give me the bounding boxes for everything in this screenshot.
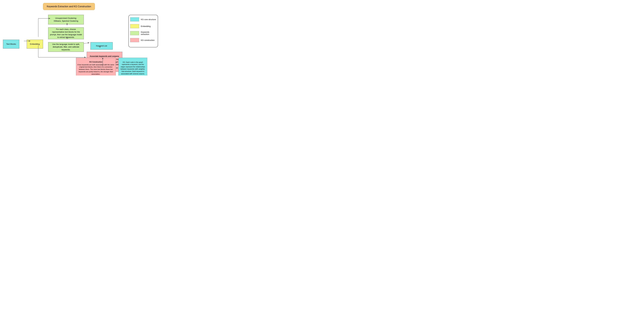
legend-label-kg-core: KG core structure <box>141 18 156 20</box>
kg-node-desc-fo: KG: Each node in the graph represents a … <box>118 58 147 75</box>
legend-item-embedding: Embedding <box>130 24 156 28</box>
legend: KG core structure Embedding Keywords ext… <box>128 15 158 47</box>
legend-color-kg-construction <box>130 38 139 42</box>
text-blocks-box: Text Blocks <box>3 40 19 49</box>
legend-item-keywords: Keywords extraction <box>130 31 156 35</box>
legend-label-kg-construction: KG construction <box>141 39 155 41</box>
keyword-list-box: Keyword List <box>90 42 113 50</box>
legend-item-kg-construction: KG construction <box>130 38 156 42</box>
arrow-uselm-kwlist <box>84 43 90 43</box>
use-lang-model-box: Use the language model to split, dedupli… <box>48 42 84 52</box>
kg-node-desc-text: KG: Each node in the graph represents a … <box>120 61 146 75</box>
legend-label-embedding: Embedding <box>141 25 150 27</box>
associate-keywords-box: Associate keywords and corpora: Using th… <box>87 52 122 72</box>
diagram-title: Keywords Extraction and KG Construction <box>43 3 95 10</box>
unsup-clustering-box: Unsupervised Clustering: KMeans, Spectra… <box>48 15 84 24</box>
legend-label-keywords: Keywords extraction <box>141 31 156 35</box>
legend-color-kg-core <box>130 17 139 21</box>
diagram-container: Keywords Extraction and KG Construction … <box>3 3 158 75</box>
embedding-box: Embedding <box>27 40 43 49</box>
legend-color-embedding <box>130 24 139 28</box>
legend-item-kg-core: KG core structure <box>130 17 156 21</box>
kg-node-desc-inner: KG: Each node in the graph represents a … <box>118 58 147 75</box>
legend-color-keywords <box>130 31 139 35</box>
for-each-class-box: For each class, choose representative te… <box>48 27 84 39</box>
